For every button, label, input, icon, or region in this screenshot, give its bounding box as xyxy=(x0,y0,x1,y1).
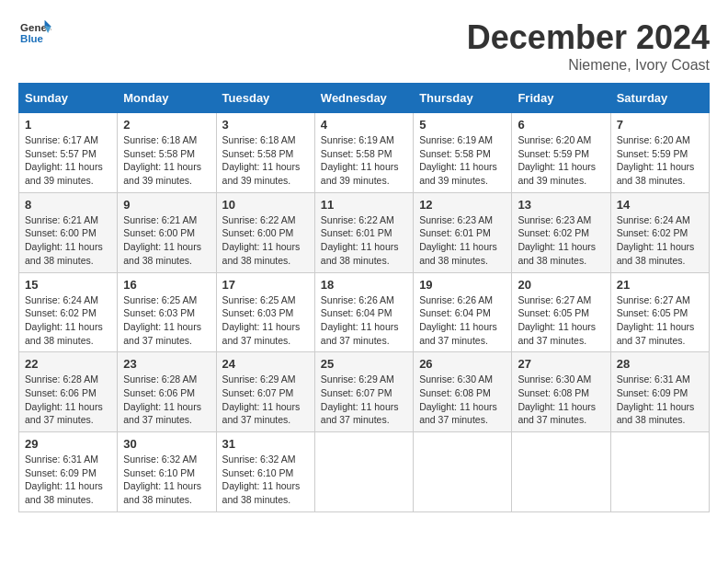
day-info: Sunrise: 6:30 AMSunset: 6:08 PMDaylight:… xyxy=(419,373,506,427)
day-info: Sunrise: 6:26 AMSunset: 6:04 PMDaylight:… xyxy=(419,293,506,348)
page-header: General Blue December 2024 Niemene, Ivor… xyxy=(18,18,710,74)
calendar-cell: 9 Sunrise: 6:21 AMSunset: 6:00 PMDayligh… xyxy=(118,192,216,272)
weekday-header-monday: Monday xyxy=(118,84,216,113)
calendar-cell: 18 Sunrise: 6:26 AMSunset: 6:04 PMDaylig… xyxy=(314,272,413,352)
calendar-table: SundayMondayTuesdayWednesdayThursdayFrid… xyxy=(18,83,710,512)
week-row-5: 29 Sunrise: 6:31 AMSunset: 6:09 PMDaylig… xyxy=(19,432,710,512)
day-info: Sunrise: 6:26 AMSunset: 6:04 PMDaylight:… xyxy=(321,293,407,348)
calendar-cell: 6 Sunrise: 6:20 AMSunset: 5:59 PMDayligh… xyxy=(512,113,610,193)
calendar-cell: 17 Sunrise: 6:25 AMSunset: 6:03 PMDaylig… xyxy=(216,272,314,352)
calendar-cell: 16 Sunrise: 6:25 AMSunset: 6:03 PMDaylig… xyxy=(118,272,216,352)
day-number: 21 xyxy=(617,278,703,292)
weekday-header-row: SundayMondayTuesdayWednesdayThursdayFrid… xyxy=(19,84,710,113)
day-number: 16 xyxy=(123,278,210,292)
day-info: Sunrise: 6:28 AMSunset: 6:06 PMDaylight:… xyxy=(123,373,210,427)
day-number: 18 xyxy=(321,278,407,292)
calendar-cell: 21 Sunrise: 6:27 AMSunset: 6:05 PMDaylig… xyxy=(610,272,709,352)
weekday-header-thursday: Thursday xyxy=(414,84,512,113)
day-info: Sunrise: 6:18 AMSunset: 5:58 PMDaylight:… xyxy=(222,133,309,188)
day-info: Sunrise: 6:20 AMSunset: 5:59 PMDaylight:… xyxy=(518,133,604,188)
weekday-header-sunday: Sunday xyxy=(19,84,118,113)
day-info: Sunrise: 6:17 AMSunset: 5:57 PMDaylight:… xyxy=(25,133,111,188)
day-info: Sunrise: 6:21 AMSunset: 6:00 PMDaylight:… xyxy=(25,213,111,268)
day-number: 6 xyxy=(518,118,604,132)
title-section: December 2024 Niemene, Ivory Coast xyxy=(467,18,710,74)
calendar-cell: 28 Sunrise: 6:31 AMSunset: 6:09 PMDaylig… xyxy=(610,352,709,432)
calendar-cell: 13 Sunrise: 6:23 AMSunset: 6:02 PMDaylig… xyxy=(512,192,610,272)
weekday-header-friday: Friday xyxy=(512,84,610,113)
weekday-header-wednesday: Wednesday xyxy=(314,84,413,113)
day-number: 13 xyxy=(518,198,604,212)
day-info: Sunrise: 6:29 AMSunset: 6:07 PMDaylight:… xyxy=(321,373,407,427)
day-info: Sunrise: 6:27 AMSunset: 6:05 PMDaylight:… xyxy=(617,293,703,348)
day-info: Sunrise: 6:32 AMSunset: 6:10 PMDaylight:… xyxy=(222,453,309,507)
calendar-cell: 25 Sunrise: 6:29 AMSunset: 6:07 PMDaylig… xyxy=(314,352,413,432)
weekday-header-saturday: Saturday xyxy=(610,84,709,113)
day-info: Sunrise: 6:25 AMSunset: 6:03 PMDaylight:… xyxy=(222,293,309,348)
calendar-cell: 29 Sunrise: 6:31 AMSunset: 6:09 PMDaylig… xyxy=(19,432,118,512)
day-info: Sunrise: 6:23 AMSunset: 6:02 PMDaylight:… xyxy=(518,213,604,268)
calendar-cell: 12 Sunrise: 6:23 AMSunset: 6:01 PMDaylig… xyxy=(414,192,512,272)
day-number: 8 xyxy=(25,198,111,212)
calendar-cell: 1 Sunrise: 6:17 AMSunset: 5:57 PMDayligh… xyxy=(19,113,118,193)
day-info: Sunrise: 6:29 AMSunset: 6:07 PMDaylight:… xyxy=(222,373,309,427)
day-info: Sunrise: 6:24 AMSunset: 6:02 PMDaylight:… xyxy=(25,293,111,348)
day-number: 10 xyxy=(222,198,309,212)
day-info: Sunrise: 6:23 AMSunset: 6:01 PMDaylight:… xyxy=(419,213,506,268)
day-number: 4 xyxy=(321,118,407,132)
day-number: 30 xyxy=(123,437,210,451)
day-number: 19 xyxy=(419,278,506,292)
day-number: 2 xyxy=(123,118,210,132)
day-info: Sunrise: 6:24 AMSunset: 6:02 PMDaylight:… xyxy=(617,213,703,268)
calendar-cell: 15 Sunrise: 6:24 AMSunset: 6:02 PMDaylig… xyxy=(19,272,118,352)
month-title: December 2024 xyxy=(467,18,710,57)
calendar-cell: 11 Sunrise: 6:22 AMSunset: 6:01 PMDaylig… xyxy=(314,192,413,272)
day-number: 3 xyxy=(222,118,309,132)
day-info: Sunrise: 6:31 AMSunset: 6:09 PMDaylight:… xyxy=(617,373,703,427)
logo-icon: General Blue xyxy=(18,18,51,46)
calendar-cell xyxy=(610,432,709,512)
calendar-cell: 14 Sunrise: 6:24 AMSunset: 6:02 PMDaylig… xyxy=(610,192,709,272)
day-number: 9 xyxy=(123,198,210,212)
calendar-cell: 31 Sunrise: 6:32 AMSunset: 6:10 PMDaylig… xyxy=(216,432,314,512)
day-info: Sunrise: 6:27 AMSunset: 6:05 PMDaylight:… xyxy=(518,293,604,348)
day-number: 12 xyxy=(419,198,506,212)
day-info: Sunrise: 6:21 AMSunset: 6:00 PMDaylight:… xyxy=(123,213,210,268)
day-info: Sunrise: 6:19 AMSunset: 5:58 PMDaylight:… xyxy=(419,133,506,188)
calendar-cell: 22 Sunrise: 6:28 AMSunset: 6:06 PMDaylig… xyxy=(19,352,118,432)
calendar-cell: 24 Sunrise: 6:29 AMSunset: 6:07 PMDaylig… xyxy=(216,352,314,432)
calendar-cell: 30 Sunrise: 6:32 AMSunset: 6:10 PMDaylig… xyxy=(118,432,216,512)
calendar-cell: 19 Sunrise: 6:26 AMSunset: 6:04 PMDaylig… xyxy=(414,272,512,352)
week-row-2: 8 Sunrise: 6:21 AMSunset: 6:00 PMDayligh… xyxy=(19,192,710,272)
day-info: Sunrise: 6:18 AMSunset: 5:58 PMDaylight:… xyxy=(123,133,210,188)
day-info: Sunrise: 6:28 AMSunset: 6:06 PMDaylight:… xyxy=(25,373,111,427)
day-number: 14 xyxy=(617,198,703,212)
calendar-cell: 23 Sunrise: 6:28 AMSunset: 6:06 PMDaylig… xyxy=(118,352,216,432)
day-number: 29 xyxy=(25,437,111,451)
day-number: 7 xyxy=(617,118,703,132)
week-row-1: 1 Sunrise: 6:17 AMSunset: 5:57 PMDayligh… xyxy=(19,113,710,193)
logo: General Blue xyxy=(18,18,51,46)
day-number: 28 xyxy=(617,357,703,371)
day-number: 17 xyxy=(222,278,309,292)
calendar-cell xyxy=(414,432,512,512)
day-number: 11 xyxy=(321,198,407,212)
day-number: 23 xyxy=(123,357,210,371)
day-number: 5 xyxy=(419,118,506,132)
day-info: Sunrise: 6:19 AMSunset: 5:58 PMDaylight:… xyxy=(321,133,407,188)
day-info: Sunrise: 6:25 AMSunset: 6:03 PMDaylight:… xyxy=(123,293,210,348)
weekday-header-tuesday: Tuesday xyxy=(216,84,314,113)
calendar-cell: 8 Sunrise: 6:21 AMSunset: 6:00 PMDayligh… xyxy=(19,192,118,272)
day-info: Sunrise: 6:32 AMSunset: 6:10 PMDaylight:… xyxy=(123,453,210,507)
day-number: 27 xyxy=(518,357,604,371)
day-number: 24 xyxy=(222,357,309,371)
calendar-cell: 5 Sunrise: 6:19 AMSunset: 5:58 PMDayligh… xyxy=(414,113,512,193)
calendar-cell: 7 Sunrise: 6:20 AMSunset: 5:59 PMDayligh… xyxy=(610,113,709,193)
calendar-cell xyxy=(314,432,413,512)
location-title: Niemene, Ivory Coast xyxy=(467,57,710,74)
day-info: Sunrise: 6:22 AMSunset: 6:01 PMDaylight:… xyxy=(321,213,407,268)
svg-text:Blue: Blue xyxy=(20,33,43,44)
day-info: Sunrise: 6:20 AMSunset: 5:59 PMDaylight:… xyxy=(617,133,703,188)
day-number: 1 xyxy=(25,118,111,132)
week-row-4: 22 Sunrise: 6:28 AMSunset: 6:06 PMDaylig… xyxy=(19,352,710,432)
